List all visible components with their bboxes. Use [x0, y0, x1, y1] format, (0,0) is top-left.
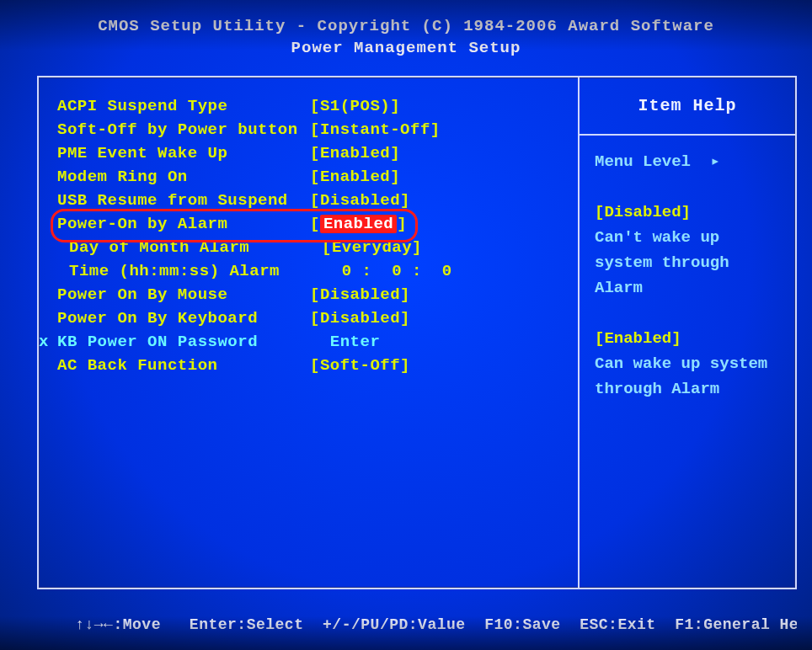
- setting-label: Modem Ring On: [57, 165, 310, 189]
- header: CMOS Setup Utility - Copyright (C) 1984-…: [0, 0, 812, 59]
- setting-value[interactable]: [Disabled]: [310, 283, 410, 306]
- setting-label: Power-On by Alarm: [57, 212, 310, 236]
- setting-row[interactable]: Power-On by Alarm[Enabled]: [57, 212, 566, 236]
- setting-value[interactable]: [Disabled]: [310, 306, 410, 330]
- bios-screen: CMOS Setup Utility - Copyright (C) 1984-…: [0, 0, 812, 650]
- setting-value[interactable]: [Instant-Off]: [310, 118, 441, 141]
- setting-row[interactable]: Modem Ring On[Enabled]: [57, 165, 566, 189]
- setting-value[interactable]: [Disabled]: [310, 189, 410, 212]
- chevron-right-icon: ▸: [710, 149, 719, 174]
- setting-label: Day of Month Alarm: [57, 236, 322, 259]
- setting-row[interactable]: Time (hh:mm:ss) Alarm 0 : 0 : 0: [57, 259, 566, 283]
- setting-value[interactable]: [Everyday]: [322, 236, 422, 259]
- setting-row[interactable]: Soft-Off by Power button[Instant-Off]: [57, 118, 566, 141]
- settings-panel: ACPI Suspend Type[S1(POS)]Soft-Off by Po…: [39, 77, 578, 588]
- setting-value[interactable]: [S1(POS)]: [310, 94, 400, 118]
- menu-level-label: Menu Level: [595, 152, 691, 171]
- setting-row[interactable]: PME Event Wake Up[Enabled]: [57, 141, 566, 165]
- help-option-enabled-label: [Enabled]: [595, 326, 780, 351]
- help-option-disabled-text: Can't wake up system through Alarm: [595, 225, 780, 301]
- setting-value[interactable]: [Enabled]: [310, 141, 400, 165]
- setting-label: Soft-Off by Power button: [57, 118, 310, 141]
- setting-row[interactable]: xKB Power ON Password Enter: [57, 330, 566, 354]
- setting-label: Power On By Mouse: [57, 283, 310, 306]
- highlighted-value: Enabled: [320, 215, 397, 233]
- setting-label: USB Resume from Suspend: [57, 189, 310, 212]
- help-title: Item Help: [580, 77, 795, 136]
- setting-label: AC Back Function: [57, 354, 310, 377]
- setting-value[interactable]: 0 : 0 : 0: [322, 259, 452, 283]
- setting-row[interactable]: ACPI Suspend Type[S1(POS)]: [57, 94, 566, 118]
- setting-row[interactable]: Power On By Keyboard[Disabled]: [57, 306, 566, 330]
- setting-row[interactable]: Power On By Mouse[Disabled]: [57, 283, 566, 306]
- help-option-enabled-text: Can wake up system through Alarm: [595, 351, 780, 402]
- main-panels: ACPI Suspend Type[S1(POS)]Soft-Off by Po…: [37, 76, 797, 589]
- setting-value[interactable]: Enter: [310, 330, 380, 354]
- setting-label: KB Power ON Password: [57, 330, 310, 354]
- setting-row[interactable]: USB Resume from Suspend[Disabled]: [57, 189, 566, 212]
- setting-row[interactable]: AC Back Function[Soft-Off]: [57, 354, 566, 377]
- setting-label: ACPI Suspend Type: [57, 94, 310, 118]
- setting-value[interactable]: [Enabled]: [310, 212, 407, 236]
- help-body: Menu Level ▸ [Disabled] Can't wake up sy…: [580, 136, 795, 440]
- disabled-marker: x: [39, 330, 49, 354]
- menu-level: Menu Level ▸: [595, 149, 780, 174]
- header-line-1: CMOS Setup Utility - Copyright (C) 1984-…: [0, 15, 812, 37]
- header-line-2: Power Management Setup: [0, 37, 812, 59]
- help-option-disabled-label: [Disabled]: [595, 200, 780, 225]
- setting-row[interactable]: Day of Month Alarm[Everyday]: [57, 236, 566, 259]
- footer-hints: ↑↓→←:Move Enter:Select +/-/PU/PD:Value F…: [37, 594, 797, 635]
- setting-label: Time (hh:mm:ss) Alarm: [57, 259, 322, 283]
- help-panel: Item Help Menu Level ▸ [Disabled] Can't …: [578, 77, 795, 588]
- footer-line-1: ↑↓→←:Move Enter:Select +/-/PU/PD:Value F…: [75, 616, 797, 633]
- setting-value[interactable]: [Soft-Off]: [310, 354, 410, 377]
- setting-value[interactable]: [Enabled]: [310, 165, 400, 189]
- setting-label: Power On By Keyboard: [57, 306, 310, 330]
- setting-label: PME Event Wake Up: [57, 141, 310, 165]
